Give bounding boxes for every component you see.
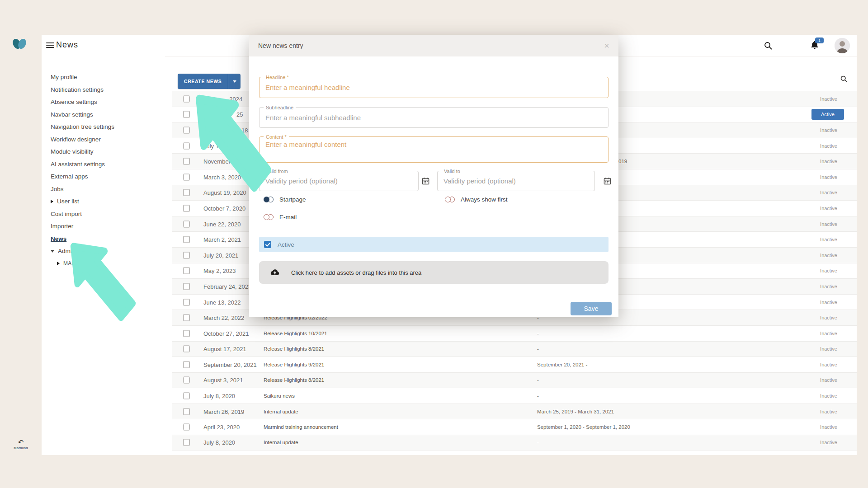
sidebar-item-label: Module visibility: [51, 148, 94, 155]
sidebar-item-navigation-tree-settings[interactable]: Navigation tree settings: [42, 121, 165, 133]
row-checkbox[interactable]: [183, 236, 190, 243]
valid-to-input[interactable]: [438, 171, 594, 191]
row-checkbox[interactable]: [183, 142, 190, 149]
row-checkbox[interactable]: [183, 283, 190, 290]
row-checkbox[interactable]: [183, 127, 190, 133]
sidebar-item-absence-settings[interactable]: Absence settings: [42, 96, 165, 108]
row-validity: -: [537, 393, 539, 399]
table-row[interactable]: September 20, 2021Release Highlights 9/2…: [172, 357, 857, 372]
row-checkbox[interactable]: [183, 252, 190, 258]
status-text: Inactive: [820, 253, 837, 258]
table-search-icon[interactable]: [840, 75, 848, 83]
row-checkbox[interactable]: [183, 346, 190, 352]
table-row[interactable]: August 3, 2021Release Highlights 8/2021-…: [172, 372, 857, 388]
row-checkbox[interactable]: [183, 174, 190, 180]
row-checkbox[interactable]: [183, 299, 190, 305]
sidebar-item-label: Jobs: [51, 186, 64, 192]
row-checkbox[interactable]: [183, 221, 190, 227]
active-checkbox-row[interactable]: Active: [259, 237, 609, 252]
row-date: February 24, 2023: [203, 283, 251, 290]
collapse-icon[interactable]: [51, 250, 54, 253]
subheadline-input[interactable]: [259, 108, 608, 127]
status-text: Inactive: [820, 237, 837, 242]
sidebar-item-importer[interactable]: Importer: [42, 220, 165, 233]
status-text: Inactive: [820, 159, 837, 164]
row-validity: March 25, 2019 - March 31, 2021: [537, 409, 614, 414]
row-checkbox[interactable]: [183, 111, 190, 118]
row-date: July 16, 2019: [203, 142, 238, 149]
create-news-button[interactable]: CREATE NEWS: [178, 74, 241, 89]
status-badge[interactable]: Active: [811, 109, 844, 120]
close-icon[interactable]: ×: [604, 41, 609, 50]
sidebar-item-user-list[interactable]: User list: [42, 195, 165, 208]
row-checkbox[interactable]: [183, 424, 190, 431]
row-checkbox[interactable]: [183, 377, 190, 384]
sidebar-item-module-visibility[interactable]: Module visibility: [42, 145, 165, 158]
email-toggle[interactable]: E-mail: [264, 214, 297, 221]
table-row[interactable]: August 17, 2021Release Highlights 8/2021…: [172, 341, 857, 357]
subheadline-field[interactable]: Subheadline: [259, 107, 609, 128]
sidebar-item-marmind[interactable]: MARMIND: [42, 258, 165, 270]
sidebar-item-jobs[interactable]: Jobs: [42, 183, 165, 196]
hamburger-menu-icon[interactable]: [46, 42, 54, 49]
sidebar-item-external-apps[interactable]: External apps: [42, 170, 165, 183]
user-avatar[interactable]: [835, 38, 850, 53]
active-checkbox[interactable]: [264, 241, 271, 248]
upload-dropzone[interactable]: Click here to add assets or drag files i…: [259, 261, 609, 284]
row-checkbox[interactable]: [183, 439, 190, 446]
sidebar-item-notification-settings[interactable]: Notification settings: [42, 84, 165, 96]
always-show-first-toggle[interactable]: Always show first: [445, 196, 508, 203]
startpage-toggle[interactable]: Startpage: [264, 196, 306, 203]
row-checkbox[interactable]: [183, 314, 190, 321]
row-checkbox[interactable]: [183, 95, 190, 102]
calendar-icon[interactable]: [422, 177, 429, 185]
sidebar-item-administration[interactable]: Administration: [42, 245, 165, 258]
status-text: Inactive: [820, 409, 837, 414]
create-news-dropdown[interactable]: [228, 74, 241, 89]
row-checkbox[interactable]: [183, 393, 190, 399]
content-field[interactable]: Content *: [259, 136, 609, 163]
table-row[interactable]: July 8, 2020Internal update-Inactive: [172, 435, 857, 450]
row-date: October 27, 2021: [203, 330, 249, 337]
table-row[interactable]: July 8, 2020Saikuru news-Inactive: [172, 388, 857, 404]
valid-from-input[interactable]: [259, 171, 418, 191]
sidebar-item-my-profile[interactable]: My profile: [42, 71, 165, 84]
expand-icon[interactable]: [51, 200, 53, 203]
status-text: Inactive: [820, 190, 837, 195]
valid-from-field[interactable]: Valid from: [259, 171, 419, 191]
row-date: , 2024: [203, 95, 242, 102]
sidebar-item-workflow-designer[interactable]: Workflow designer: [42, 133, 165, 146]
table-row[interactable]: April 23, 2020Marmind training announcem…: [172, 419, 857, 435]
sidebar-item-navbar-settings[interactable]: Navbar settings: [42, 108, 165, 121]
row-checkbox[interactable]: [183, 158, 190, 165]
row-title: Release Highlights 8/2021: [264, 346, 324, 352]
sidebar-item-cost-import[interactable]: Cost import: [42, 208, 165, 221]
row-checkbox[interactable]: [183, 189, 190, 196]
status-text: Inactive: [820, 284, 837, 289]
notification-bell-icon[interactable]: 1: [810, 40, 820, 50]
row-checkbox[interactable]: [183, 267, 190, 274]
row-checkbox[interactable]: [183, 361, 190, 368]
headline-input[interactable]: [259, 77, 608, 98]
row-date: June 22, 2020: [203, 221, 241, 227]
sidebar-item-label: External apps: [51, 173, 88, 180]
status-text: Inactive: [820, 331, 837, 336]
search-icon[interactable]: [764, 41, 773, 50]
table-row[interactable]: October 27, 2021Release Highlights 10/20…: [172, 325, 857, 341]
headline-field[interactable]: Headline *: [259, 77, 609, 98]
status-text: Inactive: [820, 393, 837, 399]
toggle-icon: [264, 214, 274, 220]
calendar-icon[interactable]: [604, 177, 611, 185]
status-text: Inactive: [820, 315, 837, 320]
row-checkbox[interactable]: [183, 330, 190, 337]
expand-icon[interactable]: [57, 262, 60, 265]
sidebar-item-label: Navbar settings: [51, 111, 93, 118]
row-checkbox[interactable]: [183, 408, 190, 415]
table-row[interactable]: March 26, 2019Internal updateMarch 25, 2…: [172, 404, 857, 419]
valid-to-field[interactable]: Valid to: [437, 171, 595, 191]
save-button[interactable]: Save: [571, 302, 612, 315]
row-checkbox[interactable]: [183, 205, 190, 211]
sidebar-item-ai-assistant-settings[interactable]: AI assistant settings: [42, 158, 165, 171]
content-input[interactable]: [259, 137, 608, 162]
sidebar-item-news[interactable]: News: [42, 233, 165, 245]
